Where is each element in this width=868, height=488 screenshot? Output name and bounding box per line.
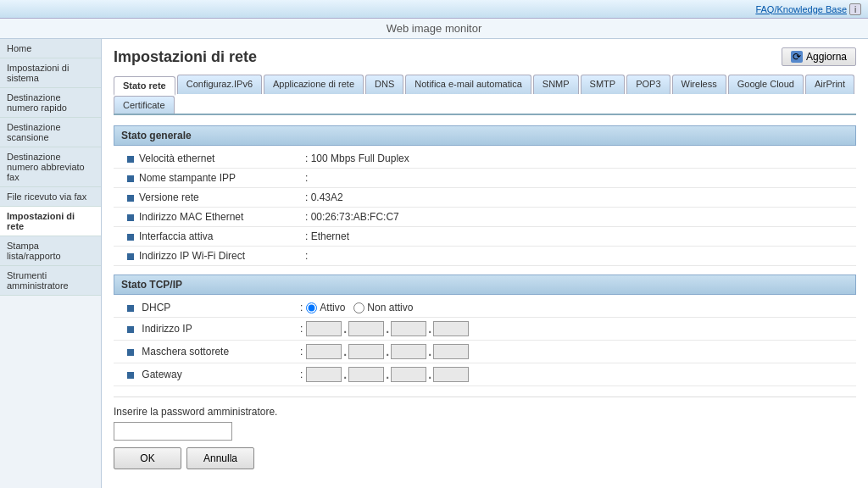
table-row: Interfaccia attiva : Ethernet	[114, 227, 856, 247]
gateway-colon: :	[300, 369, 303, 380]
label-versione: Versione rete	[139, 191, 199, 203]
dot-icon	[127, 234, 134, 241]
ip-octet-4[interactable]	[433, 321, 469, 336]
tab-stato-rete[interactable]: Stato rete	[114, 76, 175, 96]
dot-icon	[127, 195, 134, 202]
maschera-separator-2: .	[386, 345, 389, 358]
sidebar-item-home[interactable]: Home	[0, 39, 101, 58]
sidebar: Home Impostazioni di sistema Destinazion…	[0, 39, 102, 488]
sidebar-item-strumenti[interactable]: Strumenti amministratore	[0, 266, 101, 296]
dot-icon	[127, 305, 134, 312]
sidebar-item-stampa[interactable]: Stampa lista/rapporto	[0, 236, 101, 266]
dhcp-row: DHCP : Attivo Non attivo	[114, 298, 856, 318]
ip-separator-2: .	[386, 322, 389, 336]
gateway-octet-3[interactable]	[391, 367, 426, 382]
tab-dns[interactable]: DNS	[365, 75, 403, 94]
aggiorna-button[interactable]: ⟳ Aggiorna	[782, 47, 856, 66]
dot-icon	[127, 326, 134, 333]
password-input[interactable]	[114, 422, 232, 441]
sidebar-item-rete[interactable]: Impostazioni di rete	[0, 207, 101, 236]
maschera-colon: :	[300, 346, 303, 358]
tab-smtp[interactable]: SMTP	[581, 75, 626, 94]
aggiorna-label: Aggiorna	[806, 51, 847, 63]
dhcp-attivo-radio[interactable]	[306, 302, 317, 313]
dhcp-attivo-label: Attivo	[320, 302, 345, 313]
label-nome-ipp: Nome stampante IPP	[139, 172, 236, 184]
ip-colon: :	[300, 323, 303, 335]
dot-icon	[127, 372, 134, 379]
table-row: Nome stampante IPP :	[114, 169, 856, 188]
tab-wireless[interactable]: Wireless	[672, 75, 726, 94]
value-wifi-direct: :	[300, 247, 856, 266]
indirizzo-ip-row: Indirizzo IP : . . .	[114, 318, 856, 341]
maschera-octet-1[interactable]	[306, 344, 342, 359]
label-velocita: Velocità ethernet	[139, 152, 214, 164]
label-mac: Indirizzo MAC Ethernet	[139, 211, 243, 223]
ip-octet-3[interactable]	[391, 321, 426, 336]
maschera-label: Maschera sottorete	[142, 346, 229, 358]
gateway-label: Gateway	[142, 369, 181, 380]
stato-generale-header: Stato generale	[114, 125, 856, 146]
ip-octet-2[interactable]	[348, 321, 384, 336]
maschera-separator-3: .	[428, 345, 431, 358]
value-nome-ipp: :	[300, 169, 856, 188]
dhcp-non-attivo-option[interactable]: Non attivo	[353, 302, 413, 313]
value-versione: : 0.43A2	[300, 188, 856, 208]
label-interfaccia: Interfaccia attiva	[139, 230, 213, 242]
table-row: Indirizzo MAC Ethernet : 00:26:73:AB:FC:…	[114, 208, 856, 227]
dot-icon	[127, 253, 134, 260]
sidebar-item-dest-scansione[interactable]: Destinazione scansione	[0, 118, 101, 147]
app-title: Web image monitor	[387, 22, 481, 35]
ip-field-group: . . .	[306, 321, 469, 336]
gateway-octet-2[interactable]	[348, 367, 384, 382]
maschera-separator-1: .	[343, 345, 347, 358]
dot-icon	[127, 349, 134, 356]
gateway-octet-4[interactable]	[433, 367, 469, 382]
gateway-octet-1[interactable]	[306, 367, 342, 382]
tab-ipv6[interactable]: Configuraz.IPv6	[177, 75, 262, 94]
dhcp-label: DHCP	[142, 302, 170, 313]
info-icon: i	[849, 3, 861, 15]
faq-link[interactable]: FAQ/Knowledge Base	[755, 4, 847, 14]
table-row: Indirizzo IP Wi-Fi Direct :	[114, 247, 856, 266]
tab-pop3[interactable]: POP3	[626, 75, 670, 94]
maschera-octet-2[interactable]	[348, 344, 384, 359]
sidebar-item-dest-rapido[interactable]: Destinazione numero rapido	[0, 88, 101, 118]
maschera-octet-4[interactable]	[433, 344, 469, 359]
main-content: Impostazioni di rete ⟳ Aggiorna Stato re…	[102, 39, 868, 488]
table-row: Velocità ethernet : 100 Mbps Full Duplex	[114, 149, 856, 169]
refresh-icon: ⟳	[791, 51, 803, 63]
maschera-octet-3[interactable]	[391, 344, 426, 359]
stato-generale-table: Velocità ethernet : 100 Mbps Full Duplex…	[114, 149, 856, 266]
dhcp-attivo-option[interactable]: Attivo	[306, 302, 345, 313]
ip-octet-1[interactable]	[306, 321, 342, 336]
maschera-row: Maschera sottorete : . . .	[114, 341, 856, 363]
sidebar-item-dest-fax[interactable]: Destinazione numero abbreviato fax	[0, 147, 101, 187]
dhcp-non-attivo-label: Non attivo	[367, 302, 413, 313]
tab-google-cloud[interactable]: Google Cloud	[728, 75, 804, 94]
dot-icon	[127, 156, 134, 163]
sidebar-item-sistema[interactable]: Impostazioni di sistema	[0, 58, 101, 88]
sidebar-item-file-fax[interactable]: File ricevuto via fax	[0, 187, 101, 207]
tab-airprint[interactable]: AirPrint	[805, 75, 854, 94]
annulla-button[interactable]: Annulla	[186, 447, 254, 469]
indirizzo-ip-label: Indirizzo IP	[142, 323, 192, 335]
page-title-row: Impostazioni di rete ⟳ Aggiorna	[114, 47, 856, 66]
gateway-separator-3: .	[428, 368, 431, 381]
tab-notifica[interactable]: Notifica e-mail automatica	[405, 75, 531, 94]
gateway-field-group: . . .	[306, 367, 469, 382]
table-row: Versione rete : 0.43A2	[114, 188, 856, 208]
tab-applicazione[interactable]: Applicazione di rete	[264, 75, 364, 94]
tab-certificate[interactable]: Certificate	[114, 96, 175, 114]
dhcp-non-attivo-radio[interactable]	[353, 302, 364, 313]
value-interfaccia: : Ethernet	[300, 227, 856, 247]
value-mac: : 00:26:73:AB:FC:C7	[300, 208, 856, 227]
dhcp-colon: :	[300, 302, 303, 313]
tab-snmp[interactable]: SNMP	[533, 75, 579, 94]
ok-button[interactable]: OK	[114, 447, 181, 469]
gateway-row: Gateway : . . .	[114, 363, 856, 386]
gateway-separator-2: .	[386, 368, 389, 381]
gateway-separator-1: .	[343, 368, 347, 381]
label-wifi-direct: Indirizzo IP Wi-Fi Direct	[139, 250, 245, 262]
dhcp-radio-group: Attivo Non attivo	[306, 302, 413, 313]
